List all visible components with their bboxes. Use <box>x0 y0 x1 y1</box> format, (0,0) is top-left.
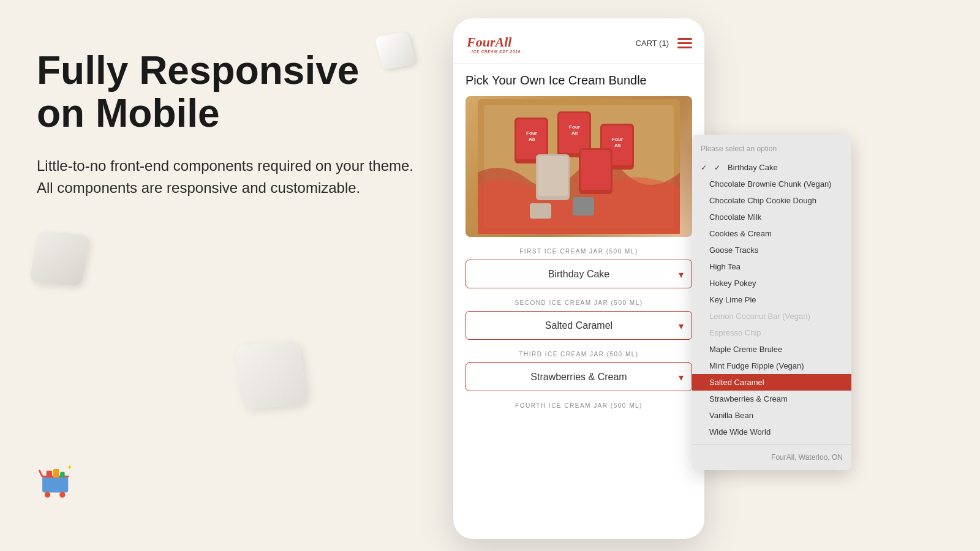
item-label: Lemon Coconut Bar (Vegan) <box>709 312 810 321</box>
svg-point-2 <box>59 492 65 497</box>
jar3-select-wrapper: Strawberries & Cream ▾ <box>466 362 692 391</box>
fourall-logo: FourAll ICE CREAM EST 2016 <box>466 29 521 54</box>
jar3-select[interactable]: Strawberries & Cream <box>466 362 692 391</box>
svg-rect-28 <box>573 197 594 216</box>
hamburger-line-3 <box>677 47 692 48</box>
heading-line1: Fully Responsive <box>37 48 359 92</box>
product-image: Four All Four All Four All <box>466 96 692 237</box>
svg-text:All: All <box>571 130 578 136</box>
dropdown-panel: Please select an option ✓ Birthday Cake … <box>692 135 851 470</box>
item-label: Key Lime Pie <box>709 295 756 304</box>
bundle-title: Pick Your Own Ice Cream Bundle <box>466 73 692 88</box>
check-icon: ✓ <box>714 163 723 172</box>
dropdown-item-lemon-coconut: Lemon Coconut Bar (Vegan) <box>692 308 851 324</box>
jar1-select[interactable]: Birthday Cake <box>466 260 692 288</box>
jar1-select-wrapper: Birthday Cake ▾ <box>466 260 692 288</box>
dropdown-footer: FourAll, Waterloo, ON <box>692 444 851 464</box>
item-label: Salted Caramel <box>709 378 764 387</box>
svg-text:Four: Four <box>569 124 580 130</box>
dropdown-item-espresso: Espresso Chip <box>692 324 851 341</box>
item-label: Goose Tracks <box>709 246 758 255</box>
svg-rect-26 <box>581 150 611 190</box>
svg-text:All: All <box>614 143 620 148</box>
svg-text:All: All <box>529 137 535 142</box>
dropdown-item-key-lime[interactable]: Key Lime Pie <box>692 291 851 308</box>
cube-decoration-mid-left <box>34 233 95 294</box>
dropdown-item-vanilla[interactable]: Vanilla Bean <box>692 407 851 424</box>
dropdown-item-birthday-cake[interactable]: ✓ Birthday Cake <box>692 159 851 176</box>
dropdown-item-goose-tracks[interactable]: Goose Tracks <box>692 242 851 258</box>
item-label: Chocolate Chip Cookie Dough <box>709 196 816 205</box>
logo-container: FourAll ICE CREAM EST 2016 <box>466 29 521 57</box>
dropdown-item-high-tea[interactable]: High Tea <box>692 258 851 275</box>
description-text: Little-to-no front-end components requir… <box>37 155 417 199</box>
cart-icon-decoration: ✦ <box>34 459 83 508</box>
svg-rect-4 <box>53 469 59 478</box>
item-label: Mint Fudge Ripple (Vegan) <box>709 361 804 370</box>
dropdown-header: Please select an option <box>692 141 851 159</box>
cart-label[interactable]: CART (1) <box>636 39 669 48</box>
svg-text:Four: Four <box>526 130 537 136</box>
jar2-select-wrapper: Salted Caramel ▾ <box>466 311 692 340</box>
svg-rect-27 <box>530 203 551 219</box>
logo-text: FourAll ICE CREAM EST 2016 <box>466 29 521 57</box>
main-heading: Fully Responsive on Mobile <box>37 49 417 135</box>
phone-header: FourAll ICE CREAM EST 2016 CART (1) <box>453 18 704 64</box>
svg-text:ICE CREAM EST 2016: ICE CREAM EST 2016 <box>472 50 521 53</box>
jar3-label: THIRD ICE CREAM JAR (500 ML) <box>466 351 692 358</box>
left-content: Fully Responsive on Mobile Little-to-no … <box>37 49 417 199</box>
jar1-label: FIRST ICE CREAM JAR (500 ML) <box>466 248 692 255</box>
hamburger-menu[interactable] <box>677 38 692 48</box>
svg-rect-0 <box>42 476 68 492</box>
dropdown-item-salted-caramel[interactable]: Salted Caramel <box>692 374 851 391</box>
header-right: CART (1) <box>636 38 692 48</box>
cube-decoration-top <box>379 34 418 73</box>
cube-decoration-mid-center <box>239 343 312 416</box>
dropdown-item-wide-world[interactable]: Wide Wide World <box>692 424 851 440</box>
phone-content: Pick Your Own Ice Cream Bundle Four All … <box>453 64 704 539</box>
dropdown-item-choc-brownie[interactable]: Chocolate Brownie Chunk (Vegan) <box>692 176 851 192</box>
item-label: Strawberries & Cream <box>709 394 788 403</box>
item-label: Chocolate Milk <box>709 212 761 222</box>
svg-text:FourAll: FourAll <box>466 34 512 50</box>
svg-rect-5 <box>60 472 65 478</box>
product-image-svg: Four All Four All Four All <box>478 99 680 234</box>
dropdown-item-choc-milk[interactable]: Chocolate Milk <box>692 209 851 225</box>
item-label: Cookies & Cream <box>709 229 772 238</box>
jar2-label: SECOND ICE CREAM JAR (500 ML) <box>466 299 692 306</box>
item-label: Maple Creme Brulee <box>709 345 782 354</box>
svg-point-1 <box>45 492 50 497</box>
svg-rect-24 <box>538 156 568 196</box>
cube-small <box>374 31 417 70</box>
dropdown-item-choc-chip[interactable]: Chocolate Chip Cookie Dough <box>692 192 851 209</box>
svg-text:Four: Four <box>612 137 623 142</box>
dropdown-item-hokey-pokey[interactable]: Hokey Pokey <box>692 275 851 291</box>
dropdown-item-mint-fudge[interactable]: Mint Fudge Ripple (Vegan) <box>692 358 851 374</box>
cube-medium <box>29 231 91 287</box>
cube-large <box>235 340 307 410</box>
cart-svg: ✦ <box>34 459 80 505</box>
svg-rect-3 <box>47 471 52 478</box>
dropdown-item-maple[interactable]: Maple Creme Brulee <box>692 341 851 358</box>
dropdown-item-cookies-cream[interactable]: Cookies & Cream <box>692 225 851 242</box>
jar4-label: FOURTH ICE CREAM JAR (500 ML) <box>466 402 692 409</box>
item-label: Espresso Chip <box>709 328 761 337</box>
item-label: Wide Wide World <box>709 427 771 437</box>
item-label: Chocolate Brownie Chunk (Vegan) <box>709 179 831 189</box>
hamburger-line-2 <box>677 42 692 44</box>
heading-line2: on Mobile <box>37 91 220 135</box>
dropdown-item-strawberries[interactable]: Strawberries & Cream <box>692 391 851 407</box>
item-label: Hokey Pokey <box>709 279 756 288</box>
item-label: Birthday Cake <box>728 163 778 172</box>
jar2-select[interactable]: Salted Caramel <box>466 311 692 340</box>
item-label: Vanilla Bean <box>709 411 753 420</box>
svg-text:✦: ✦ <box>67 463 72 471</box>
hamburger-line-1 <box>677 38 692 40</box>
phone-mockup: FourAll ICE CREAM EST 2016 CART (1) Pick… <box>453 18 704 539</box>
item-label: High Tea <box>709 262 741 271</box>
